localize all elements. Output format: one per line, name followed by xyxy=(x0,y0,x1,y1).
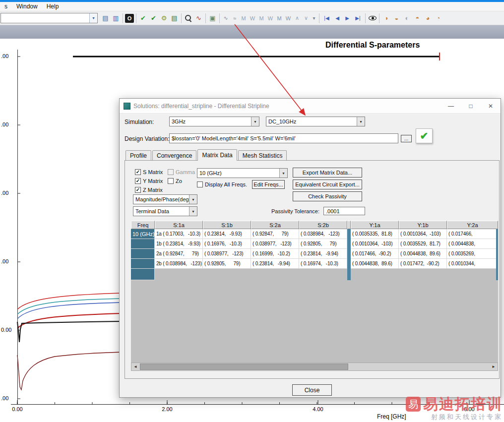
matrix-cell[interactable]: 1a ( 0.17003, -10.3) xyxy=(155,229,203,239)
export-matrix-button[interactable]: Export Matrix Data... xyxy=(293,168,362,178)
tab-matrix-data[interactable]: Matrix Data xyxy=(197,149,237,161)
matrix-cell[interactable]: ( 0.017466, -90.2) xyxy=(351,249,399,259)
matrix-cell[interactable]: ( 0.017466, xyxy=(447,229,498,239)
wave-up-icon[interactable]: ∧ xyxy=(293,13,301,24)
column-header[interactable]: Y:2a xyxy=(447,221,498,229)
first-frame-icon[interactable]: |◀ xyxy=(321,13,332,24)
view-orient-icon-5[interactable]: ◕ xyxy=(423,13,433,24)
matrix-cell[interactable]: ( 0.23814, -9.94) xyxy=(299,249,347,259)
matrix-cell[interactable]: ( 0.0035335, 81.8) xyxy=(351,229,399,239)
data-source-combo[interactable]: Terminal Data ▼ xyxy=(133,206,197,216)
view-orient-icon-2[interactable]: ◒ xyxy=(392,13,401,24)
dialog-titlebar[interactable]: Solutions: differential_stripline - Diff… xyxy=(120,99,501,114)
matrix-cell[interactable]: ( 0.92805, 79) xyxy=(203,259,251,269)
matrix-cell[interactable]: ( 0.16999, -10.2) xyxy=(251,249,299,259)
freq-cell[interactable] xyxy=(131,249,155,259)
matrix-cell[interactable]: ( 0.0044838, 89.6) xyxy=(399,249,447,259)
matrix-cell[interactable]: ( 0.16974, -10.3) xyxy=(299,259,347,269)
wave-w1-icon[interactable]: W xyxy=(249,13,256,24)
matrix-cell[interactable]: 2a ( 0.92847, 79) xyxy=(155,249,203,259)
tab-profile[interactable]: Profile xyxy=(126,150,151,161)
chevron-down-icon[interactable]: ▼ xyxy=(279,169,287,178)
toolbar-combobox[interactable]: ▼ xyxy=(0,13,98,23)
sweep-combo[interactable]: DC_10GHz ▼ xyxy=(266,117,365,126)
matrix-cell[interactable]: ( 0.038977, -123) xyxy=(251,239,299,249)
wave-options-chevron-icon[interactable]: ▾ xyxy=(311,13,317,24)
scroll-right-icon[interactable]: ► xyxy=(490,363,498,370)
design-variation-field[interactable]: $losstan='0' ModelLength='4mil' S='5.5mi… xyxy=(169,133,398,143)
menu-item-window[interactable]: Window xyxy=(12,2,42,11)
tab-convergence[interactable]: Convergence xyxy=(152,150,196,161)
s-matrix-checkbox[interactable]: ✓ S Matrix xyxy=(135,169,163,175)
zo-checkbox[interactable]: ✓ Zo xyxy=(168,178,182,184)
wave-w3-icon[interactable]: W xyxy=(284,13,292,24)
matrix-cell[interactable]: ( 0.017472, -90.2) xyxy=(399,259,447,269)
matrix-cell[interactable]: ( 0.23814, -9.94) xyxy=(251,259,299,269)
matrix-cell[interactable]: ( 0.0044838, xyxy=(447,239,498,249)
matrix-cell[interactable]: ( 0.23814, -9.93) xyxy=(203,229,251,239)
report-window-icon[interactable]: ▤ xyxy=(101,13,110,24)
matrix-cell[interactable]: ( 0.92847, 79) xyxy=(251,229,299,239)
equivalent-circuit-export-button[interactable]: Equivalent Circuit Export... xyxy=(293,180,362,189)
simulation-setup-combo[interactable]: 3GHz ▼ xyxy=(169,117,259,126)
matrix-cell[interactable]: 1b ( 0.23814, -9.93) xyxy=(155,239,203,249)
display-all-freqs-checkbox[interactable]: ✓ Display All Freqs. xyxy=(197,181,247,187)
freq-cell[interactable] xyxy=(131,259,155,269)
freq-cell[interactable]: 10 (GHz) xyxy=(131,229,155,239)
freq-cell[interactable] xyxy=(131,269,155,280)
frequency-combo[interactable]: 10 (GHz) ▼ xyxy=(197,168,288,178)
view-orient-icon-3[interactable]: ◐ xyxy=(402,13,412,24)
wave-w2-icon[interactable]: W xyxy=(266,13,274,24)
matrix-cell[interactable]: ( 0.0010364, -103) xyxy=(399,229,447,239)
close-dialog-button[interactable]: Close xyxy=(292,384,332,396)
z-matrix-checkbox[interactable]: ✓ Z Matrix xyxy=(135,187,163,193)
chevron-down-icon[interactable]: ▼ xyxy=(89,13,97,23)
column-header[interactable]: Y:1a xyxy=(351,221,399,229)
matrix-cell[interactable]: ( 0.16976, -10.3) xyxy=(203,239,251,249)
submit-job-icon[interactable]: ⚙ xyxy=(159,13,169,24)
menu-item-help[interactable]: Help xyxy=(42,2,63,11)
results-icon[interactable]: ▤ xyxy=(170,13,179,24)
matrix-cell[interactable]: ( 0.0010344, xyxy=(447,259,498,269)
matrix-cell[interactable]: ( 0.0035529, 81.7) xyxy=(399,239,447,249)
minimize-button[interactable]: — xyxy=(441,99,461,113)
view-orient-icon-4[interactable]: ◓ xyxy=(413,13,422,24)
wave-m2-icon[interactable]: M xyxy=(257,13,265,24)
solver-options-icon[interactable]: O xyxy=(125,14,134,23)
matrix-table-hscrollbar[interactable]: ◄ ► xyxy=(131,362,498,371)
prev-frame-icon[interactable]: ◀ xyxy=(333,13,342,24)
maximize-button[interactable]: □ xyxy=(461,99,481,113)
chevron-down-icon[interactable]: ▼ xyxy=(189,207,197,216)
matrix-cell[interactable]: ( 0.0035269, xyxy=(447,249,498,259)
matrix-cell[interactable]: ( 0.038984, -123) xyxy=(299,229,347,239)
column-header[interactable]: Freq xyxy=(131,221,155,229)
chevron-down-icon[interactable]: ▼ xyxy=(189,195,197,204)
matrix-cell[interactable]: ( 0.0010364, -103) xyxy=(351,239,399,249)
last-frame-icon[interactable]: ▶| xyxy=(353,13,363,24)
scrollbar-thumb[interactable] xyxy=(140,363,348,370)
sine-wave-icon[interactable]: ∿ xyxy=(222,13,230,24)
view-orient-icon-1[interactable]: ◑ xyxy=(381,13,391,24)
scroll-left-icon[interactable]: ◄ xyxy=(131,363,139,370)
design-list-icon[interactable]: ▥ xyxy=(111,13,121,24)
chevron-down-icon[interactable]: ▼ xyxy=(357,117,365,126)
matrix-cell[interactable]: ( 0.92805, 79) xyxy=(299,239,347,249)
next-frame-icon[interactable]: ▶ xyxy=(343,13,352,24)
matrix-cell[interactable]: ( 0.038977, -123) xyxy=(203,249,251,259)
chevron-down-icon[interactable]: ▼ xyxy=(251,117,259,126)
validate-icon[interactable]: ✔ xyxy=(138,13,148,24)
passivity-tolerance-input[interactable]: .0001 xyxy=(323,207,365,215)
wave-m3-icon[interactable]: M xyxy=(275,13,283,24)
copy-image-icon[interactable]: ▣ xyxy=(208,13,217,24)
tab-mesh-statistics[interactable]: Mesh Statistics xyxy=(238,150,287,161)
wave-down-icon[interactable]: ∨ xyxy=(302,13,310,24)
column-header[interactable]: S:1b xyxy=(203,221,251,229)
column-header[interactable]: S:2a xyxy=(251,221,299,229)
multi-wave-icon[interactable]: ≈ xyxy=(231,13,239,24)
y-matrix-checkbox[interactable]: ✓ Y Matrix xyxy=(135,178,163,184)
column-header[interactable]: Y:1b xyxy=(399,221,447,229)
column-header[interactable]: S:1a xyxy=(155,221,203,229)
column-header[interactable]: S:2b xyxy=(299,221,347,229)
plot-report-icon[interactable]: ∿ xyxy=(194,13,203,24)
browse-variation-button[interactable]: ... xyxy=(401,135,412,142)
